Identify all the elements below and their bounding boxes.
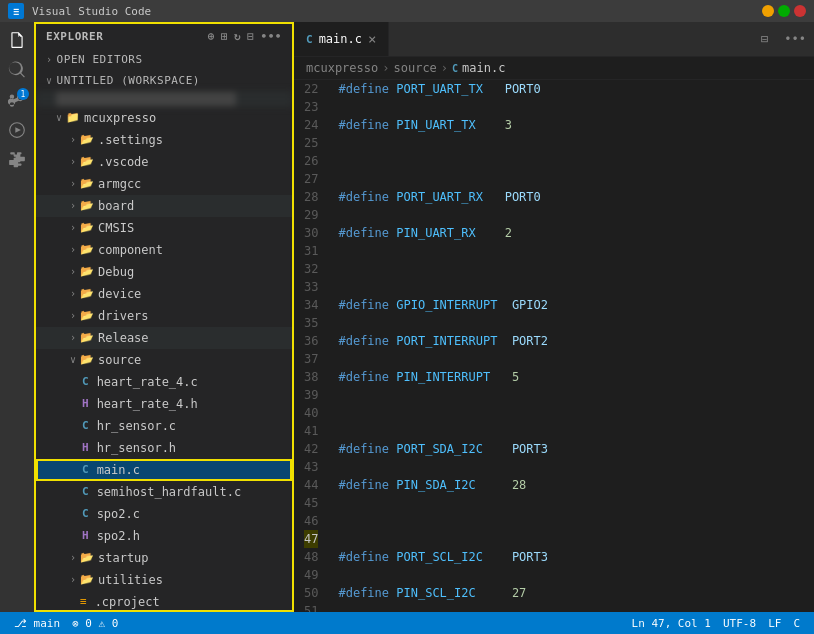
tree-item-heart-rate-h[interactable]: H heart_rate_4.h	[36, 393, 292, 415]
tree-item-spo2-c[interactable]: C spo2.c	[36, 503, 292, 525]
blurred-workspace-item	[36, 91, 292, 107]
tree-item-debug[interactable]: › 📂 Debug	[36, 261, 292, 283]
tree-item-main-c[interactable]: C main.c	[36, 459, 292, 481]
breadcrumb: mcuxpresso › source › C main.c	[294, 57, 814, 80]
app-icon: ≡	[8, 3, 24, 19]
tab-bar: C main.c × ⊟ •••	[294, 22, 814, 57]
more-actions-btn[interactable]: •••	[776, 22, 814, 56]
tab-close-icon[interactable]: ×	[368, 31, 376, 47]
git-branch[interactable]: ⎇ main	[8, 617, 66, 630]
tree-item-drivers[interactable]: › 📂 drivers	[36, 305, 292, 327]
tree-item-cproject[interactable]: ≡ .cproject	[36, 591, 292, 610]
tree-item-armgcc[interactable]: › 📂 armgcc	[36, 173, 292, 195]
files-icon[interactable]	[3, 26, 31, 54]
tree-item-cmsis[interactable]: › 📂 CMSIS	[36, 217, 292, 239]
cursor-position[interactable]: Ln 47, Col 1	[626, 617, 717, 630]
editor-area: C main.c × ⊟ ••• mcuxpresso › source › C…	[294, 22, 814, 612]
breadcrumb-main-c[interactable]: main.c	[462, 61, 505, 75]
tree-item-hr-sensor-c[interactable]: C hr_sensor.c	[36, 415, 292, 437]
refresh-icon[interactable]: ↻	[234, 30, 241, 43]
tree-item-release[interactable]: › 📂 Release	[36, 327, 292, 349]
title-bar: ≡ Visual Studio Code	[0, 0, 814, 22]
tab-main-c[interactable]: C main.c ×	[294, 22, 389, 56]
sidebar-header: Explorer ⊕ ⊞ ↻ ⊟ •••	[36, 24, 292, 49]
tree-item-settings[interactable]: › 📂 .settings	[36, 129, 292, 151]
tree-item-startup[interactable]: › 📂 startup	[36, 547, 292, 569]
new-file-icon[interactable]: ⊕	[208, 30, 215, 43]
tree-item-semihost-c[interactable]: C semihost_hardfault.c	[36, 481, 292, 503]
breadcrumb-file-icon: C	[452, 63, 458, 74]
tree-item-vscode[interactable]: › 📂 .vscode	[36, 151, 292, 173]
error-count[interactable]: ⊗ 0 ⚠ 0	[66, 617, 124, 630]
code-content[interactable]: #define PORT_UART_TX PORT0 #define PIN_U…	[328, 80, 814, 612]
activity-bar: 1	[0, 22, 34, 612]
source-control-icon[interactable]: 1	[3, 86, 31, 114]
split-editor-btn[interactable]: ⊟	[753, 22, 776, 56]
title-text: Visual Studio Code	[32, 5, 151, 18]
sidebar: Explorer ⊕ ⊞ ↻ ⊟ ••• › OPEN EDITORS ∨ UN…	[34, 22, 294, 612]
extensions-icon[interactable]	[3, 146, 31, 174]
tree-item-hr-sensor-h[interactable]: H hr_sensor.h	[36, 437, 292, 459]
new-folder-icon[interactable]: ⊞	[221, 30, 228, 43]
encoding[interactable]: UTF-8	[717, 617, 762, 630]
status-bar: ⎇ main ⊗ 0 ⚠ 0 Ln 47, Col 1 UTF-8 LF C	[0, 612, 814, 634]
line-ending[interactable]: LF	[762, 617, 787, 630]
tree-item-spo2-h[interactable]: H spo2.h	[36, 525, 292, 547]
workspace-section[interactable]: ∨ UNTITLED (WORKSPACE)	[36, 70, 292, 91]
tree-item-heart-rate-c[interactable]: C heart_rate_4.c	[36, 371, 292, 393]
tree-item-source[interactable]: ∨ 📂 source	[36, 349, 292, 371]
search-icon[interactable]	[3, 56, 31, 84]
breadcrumb-mcuxpresso[interactable]: mcuxpresso	[306, 61, 378, 75]
tree-item-board[interactable]: › 📂 board	[36, 195, 292, 217]
tree-item-device[interactable]: › 📂 device	[36, 283, 292, 305]
more-actions-icon[interactable]: •••	[260, 30, 282, 43]
tree-item-component[interactable]: › 📂 component	[36, 239, 292, 261]
tree-item-utilities[interactable]: › 📂 utilities	[36, 569, 292, 591]
tree-item-mcuxpresso[interactable]: ∨ 📁 mcuxpresso	[36, 107, 292, 129]
breadcrumb-source[interactable]: source	[393, 61, 436, 75]
run-debug-icon[interactable]	[3, 116, 31, 144]
code-editor[interactable]: 2223242526 2728293031 3233343536 3738394…	[294, 80, 814, 612]
language-mode[interactable]: C	[787, 617, 806, 630]
collapse-icon[interactable]: ⊟	[247, 30, 254, 43]
open-editors-section[interactable]: › OPEN EDITORS	[36, 49, 292, 70]
line-numbers: 2223242526 2728293031 3233343536 3738394…	[294, 80, 328, 612]
